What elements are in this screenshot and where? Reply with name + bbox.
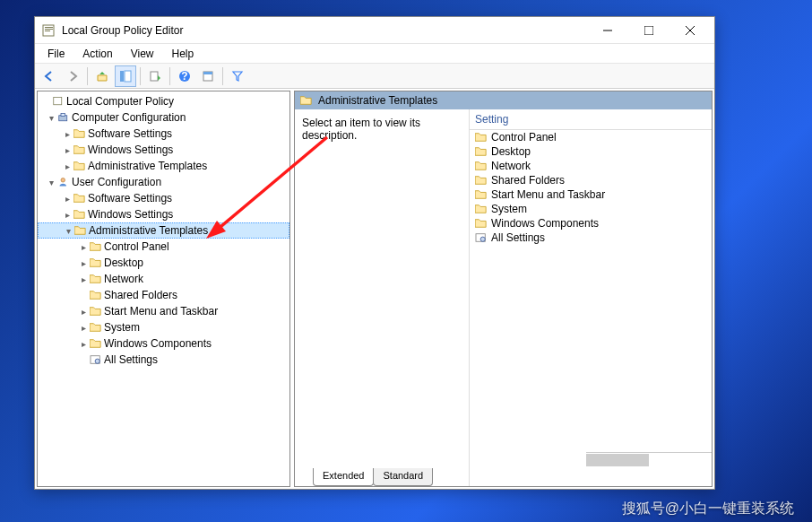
svg-point-20 (95, 359, 99, 363)
horizontal-scrollbar[interactable] (586, 452, 712, 466)
content-area: Local Computer Policy ▾Computer Configur… (35, 89, 714, 489)
svg-point-22 (480, 237, 485, 241)
tree-cc-software[interactable]: ▸Software Settings (38, 126, 289, 142)
setting-column-header[interactable]: Setting (470, 109, 712, 130)
tree-cc-admin[interactable]: ▸Administrative Templates (38, 158, 289, 174)
tree-all-settings[interactable]: All Settings (38, 352, 289, 368)
titlebar: Local Group Policy Editor (35, 17, 714, 44)
folder-icon (300, 95, 313, 106)
svg-rect-15 (54, 98, 62, 105)
tree-win-components[interactable]: ▸Windows Components (38, 335, 289, 352)
details-title: Administrative Templates (318, 94, 437, 107)
svg-rect-1 (45, 27, 53, 28)
tree-computer-config[interactable]: ▾Computer Configuration (38, 109, 289, 126)
tabs: Extended Standard (313, 468, 432, 486)
filter-button[interactable] (227, 65, 248, 87)
details-pane: Administrative Templates Select an item … (294, 91, 713, 487)
item-shared-folders[interactable]: Shared Folders (470, 173, 712, 187)
app-icon (42, 23, 56, 38)
properties-button[interactable] (197, 65, 219, 87)
back-button[interactable] (39, 65, 60, 87)
maximize-button[interactable] (628, 17, 669, 44)
svg-rect-8 (120, 71, 124, 82)
tree-uc-admin-templates[interactable]: ▾Administrative Templates (38, 222, 289, 239)
tree-cc-windows[interactable]: ▸Windows Settings (38, 142, 289, 158)
svg-rect-10 (151, 72, 158, 81)
forward-button[interactable] (62, 65, 83, 87)
tree-uc-windows[interactable]: ▸Windows Settings (38, 206, 289, 222)
tree-desktop[interactable]: ▸Desktop (38, 255, 289, 271)
item-all-settings[interactable]: All Settings (470, 231, 712, 245)
tree-pane[interactable]: Local Computer Policy ▾Computer Configur… (37, 91, 290, 487)
svg-rect-9 (125, 71, 131, 82)
tree-root[interactable]: Local Computer Policy (38, 93, 289, 109)
item-network[interactable]: Network (470, 159, 712, 173)
tab-standard[interactable]: Standard (373, 468, 433, 486)
help-button[interactable]: ? (174, 65, 195, 87)
item-start-menu[interactable]: Start Menu and Taskbar (470, 187, 712, 202)
menu-help[interactable]: Help (163, 46, 203, 62)
description-prompt: Select an item to view its description. (302, 117, 420, 142)
window-title: Local Group Policy Editor (62, 24, 587, 37)
item-win-components[interactable]: Windows Components (470, 216, 712, 231)
tree-control-panel[interactable]: ▸Control Panel (38, 239, 289, 255)
tree-network[interactable]: ▸Network (38, 271, 289, 287)
menubar: File Action View Help (35, 44, 714, 64)
close-button[interactable] (669, 17, 711, 44)
menu-view[interactable]: View (122, 46, 163, 62)
menu-action[interactable]: Action (73, 46, 121, 62)
svg-rect-5 (644, 26, 653, 35)
minimize-button[interactable] (587, 17, 628, 44)
gpedit-window: Local Group Policy Editor File Action Vi… (34, 16, 715, 490)
item-desktop[interactable]: Desktop (470, 144, 712, 159)
show-tree-button[interactable] (115, 65, 136, 87)
svg-rect-3 (45, 30, 50, 31)
toolbar: ? (35, 64, 714, 89)
svg-rect-2 (45, 29, 53, 30)
tree-shared-folders[interactable]: Shared Folders (38, 287, 289, 303)
menu-file[interactable]: File (39, 46, 73, 62)
svg-rect-14 (203, 72, 212, 74)
svg-point-18 (61, 178, 65, 183)
up-button[interactable] (91, 65, 113, 87)
item-system[interactable]: System (470, 202, 712, 216)
watermark: 搜狐号@小白一键重装系统 (622, 500, 794, 518)
tree-system[interactable]: ▸System (38, 319, 289, 335)
details-header: Administrative Templates (295, 91, 712, 109)
tree-uc-software[interactable]: ▸Software Settings (38, 190, 289, 206)
svg-text:?: ? (181, 70, 187, 83)
tab-extended[interactable]: Extended (313, 468, 374, 486)
tree-user-config[interactable]: ▾User Configuration (38, 174, 289, 190)
svg-rect-17 (61, 114, 65, 117)
description-column: Select an item to view its description. (295, 109, 470, 486)
tree-start-menu[interactable]: ▸Start Menu and Taskbar (38, 303, 289, 319)
export-button[interactable] (144, 65, 166, 87)
setting-column: Setting Control Panel Desktop Network Sh… (470, 109, 712, 486)
item-control-panel[interactable]: Control Panel (470, 130, 712, 144)
